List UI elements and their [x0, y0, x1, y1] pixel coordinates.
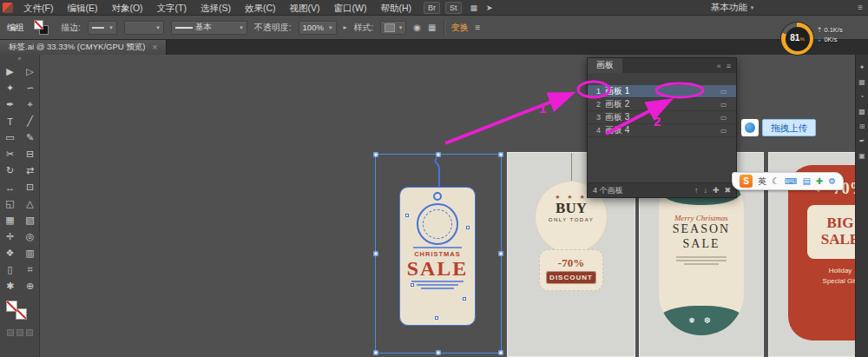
tool-button[interactable]: ✎ [20, 129, 40, 146]
move-up-icon[interactable]: ↑ [694, 186, 699, 195]
fill-swatch[interactable] [34, 20, 43, 30]
drag-upload-button[interactable]: 拖拽上传 [762, 119, 816, 136]
tool-button[interactable]: ╱ [20, 113, 40, 129]
tool-button[interactable]: ⊕ [20, 278, 40, 294]
ime-toolbar[interactable]: S 英☾⌨▤✚⚙ [732, 172, 844, 190]
tool-button[interactable]: ✂ [0, 146, 20, 162]
tool-button[interactable]: ◱ [0, 195, 20, 212]
new-artboard-icon[interactable]: ✚ [713, 186, 720, 195]
stroke-width-select[interactable]: ▾ [124, 21, 164, 35]
stock-button[interactable]: St [445, 2, 462, 14]
selection-handle[interactable] [499, 351, 503, 355]
collapse-toolbar-icon[interactable]: « [0, 55, 39, 63]
ime-icon[interactable]: ⌨ [785, 177, 797, 186]
selection-handle[interactable] [437, 351, 441, 355]
move-down-icon[interactable]: ↓ [703, 186, 707, 195]
selection-handle[interactable] [374, 252, 378, 256]
drag-upload-widget[interactable]: 拖拽上传 [741, 119, 816, 136]
tag1-string-path[interactable] [430, 156, 449, 188]
workspace-switcher[interactable]: 基本功能 ▾ [711, 2, 754, 14]
artboard-icon[interactable]: ▭ [720, 127, 736, 135]
collapse-panel-icon[interactable]: « [717, 62, 721, 70]
tool-button[interactable]: ✛ [0, 228, 20, 245]
dock-panel-icon[interactable]: ◔ [860, 94, 865, 101]
menu-item[interactable]: 文字(T) [150, 0, 194, 16]
menu-item[interactable]: 效果(C) [238, 0, 283, 16]
tool-button[interactable]: ▥ [20, 245, 40, 261]
selection-handle[interactable] [499, 153, 503, 157]
ime-icon[interactable]: ▤ [802, 177, 810, 186]
artboard-icon[interactable]: ▭ [720, 101, 736, 109]
ime-icon[interactable]: ⚙ [828, 177, 836, 186]
network-monitor-widget[interactable]: 81 % ⇡ 0.1K/s ⇣ 0K/s [781, 23, 843, 55]
ime-icon[interactable]: ☾ [772, 177, 779, 186]
align-options-icon[interactable]: ▦ [428, 23, 436, 32]
selection-handle[interactable] [499, 252, 503, 256]
document-tab[interactable]: 标签.ai @ 33.33% (CMYK/GPU 预览) × [0, 40, 167, 55]
artboard-name[interactable]: 画板 1 [605, 85, 720, 97]
ime-logo-icon[interactable]: S [740, 175, 753, 188]
tool-button[interactable]: ⊟ [20, 146, 40, 162]
tool-button[interactable]: ▭ [0, 129, 20, 146]
close-icon[interactable]: × [152, 43, 157, 52]
artboard-icon[interactable]: ▭ [720, 114, 736, 122]
tag1-artwork[interactable]: CHRISTMAS SALE [399, 187, 476, 326]
tool-button[interactable]: ✱ [0, 278, 20, 294]
menu-item[interactable]: 对象(O) [104, 0, 149, 16]
usage-gauge[interactable]: 81 % [781, 23, 813, 55]
fill-stroke-swatches[interactable] [0, 298, 39, 326]
delete-artboard-icon[interactable]: ✖ [724, 186, 731, 195]
transform-link[interactable]: 变换 [451, 22, 469, 34]
artboard-name[interactable]: 画板 4 [605, 124, 720, 136]
tool-button[interactable]: ✦ [0, 80, 20, 96]
artboards-panel-tab[interactable]: 画板 [588, 58, 622, 73]
tool-button[interactable]: ✒ [0, 96, 20, 113]
drawing-mode-buttons[interactable] [0, 329, 39, 336]
tool-button[interactable]: ▷ [20, 63, 40, 80]
ime-icon[interactable]: ✚ [816, 177, 823, 186]
menu-item[interactable]: 编辑(E) [60, 0, 104, 16]
brush-select[interactable]: 基本 ▾ [171, 21, 247, 35]
artboard-name[interactable]: 画板 2 [605, 98, 720, 110]
dock-panel-icon[interactable]: ✒ [859, 138, 865, 145]
dock-panel-icon[interactable]: ✦ [859, 64, 865, 71]
opacity-input[interactable]: 100% ▾ [299, 21, 337, 35]
artboard-icon[interactable]: ▭ [720, 88, 736, 96]
bridge-button[interactable]: Br [424, 2, 440, 14]
tool-button[interactable]: ▧ [20, 212, 40, 228]
more-options-icon[interactable]: ≡ [476, 23, 481, 32]
style-select[interactable]: ▾ [380, 21, 406, 35]
artboard-row[interactable]: 2 画板 2 ▭ [588, 98, 736, 111]
selection-handle[interactable] [374, 153, 378, 157]
tool-button[interactable]: △ [20, 195, 40, 212]
selection-handle[interactable] [374, 351, 378, 355]
ime-icon[interactable]: 英 [758, 177, 766, 186]
menu-item[interactable]: 窗口(W) [327, 0, 374, 16]
artboard-row[interactable]: 1 画板 1 ▭ [588, 85, 736, 98]
share-icon[interactable]: ➤ [486, 3, 493, 12]
arrange-documents-icon[interactable]: ▦ [470, 3, 478, 12]
tool-button[interactable]: ▯ [0, 261, 20, 278]
stroke-color-select[interactable]: ▾ [88, 21, 117, 35]
fill-stroke-widget[interactable] [31, 19, 54, 36]
tool-button[interactable]: ▶ [0, 63, 20, 80]
tool-button[interactable]: ∽ [20, 80, 40, 96]
menu-item[interactable]: 选择(S) [194, 0, 238, 16]
artboard-row[interactable]: 3 画板 3 ▭ [588, 111, 736, 124]
menu-bar-options-icon[interactable]: ≡ [858, 3, 863, 12]
opacity-panel-arrow-icon[interactable]: ▸ [344, 23, 347, 31]
tool-button[interactable]: ↔ [0, 179, 20, 195]
tool-button[interactable]: ▦ [0, 212, 20, 228]
dock-panel-icon[interactable]: ▣ [858, 153, 865, 160]
dock-panel-icon[interactable]: ⊞ [859, 123, 865, 130]
tool-button[interactable]: ⊡ [20, 179, 40, 195]
tool-button[interactable]: ↻ [0, 162, 20, 179]
dock-panel-icon[interactable]: ▦ [858, 79, 865, 86]
tool-button[interactable]: ⌖ [20, 96, 40, 113]
tool-button[interactable]: ❖ [0, 245, 20, 261]
artboard-name[interactable]: 画板 3 [605, 111, 720, 123]
tool-button[interactable]: ⌗ [20, 261, 40, 278]
menu-item[interactable]: 文件(F) [16, 0, 60, 16]
cloud-upload-icon[interactable] [741, 119, 759, 136]
tool-button[interactable]: ⇄ [20, 162, 40, 179]
